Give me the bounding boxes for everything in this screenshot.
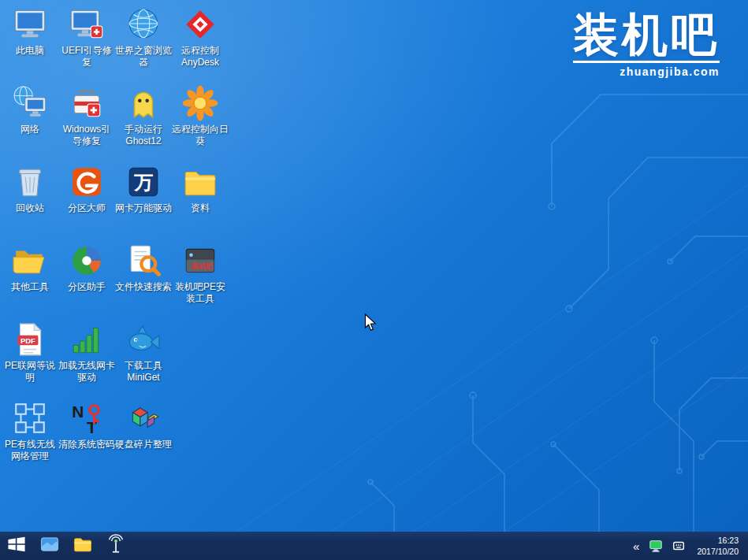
display-tray-icon[interactable] xyxy=(648,538,664,554)
mouse-cursor xyxy=(364,313,378,336)
desktop-icon-label: 回收站 xyxy=(16,202,44,214)
desktop-icon-pe-network-manager[interactable]: PE有线无线网络管理 xyxy=(2,400,58,462)
brand-logo-text: 装机吧 xyxy=(573,11,720,59)
taskbar: « 16:23 2017/10/20 xyxy=(0,532,748,560)
desktop-icon-partition-master[interactable]: 分区大师 xyxy=(58,164,115,214)
ghost-icon xyxy=(125,85,162,121)
recycle-bin-icon xyxy=(12,164,48,200)
desktop-icon-documents[interactable]: 资料 xyxy=(172,164,229,214)
toolbox-icon xyxy=(69,85,105,121)
folder-win-icon xyxy=(73,534,93,558)
desktop-icon-pe-network-guide[interactable]: PDFPE联网等说明 xyxy=(2,321,58,384)
tray-date: 2017/10/20 xyxy=(697,546,739,557)
desktop-icon-label: 网卡万能驱动 xyxy=(115,202,172,214)
desktop-icon-zhuangjiba-pe-installer[interactable]: 装机吧装机吧PE安装工具 xyxy=(172,243,229,305)
desktop-icon-label: 分区大师 xyxy=(68,202,106,214)
system-tray: « 16:23 2017/10/20 xyxy=(631,532,745,560)
desktop-icon-label: 网络 xyxy=(20,124,39,135)
desktop-icon-label: 加载无线网卡驱动 xyxy=(58,360,115,384)
desktop-icon-label: 远程控制向日葵 xyxy=(172,124,229,147)
desktop-icon-quick-file-search[interactable]: 文件快速搜索 xyxy=(115,243,172,293)
desktop-icon-label: 硬盘碎片整理 xyxy=(115,439,172,451)
globe-icon xyxy=(125,6,162,43)
desktop-icon-label: 下载工具MiniGet xyxy=(115,360,172,384)
desktop-background[interactable]: 此电脑UEFI引导修复世界之窗浏览器远程控制AnyDesk网络Widnows引导… xyxy=(0,0,748,532)
pe-desktop-screen: 此电脑UEFI引导修复世界之窗浏览器远程控制AnyDesk网络Widnows引导… xyxy=(0,0,748,560)
blue-app-button[interactable] xyxy=(33,532,66,560)
desktop-icon-uefi-boot-repair[interactable]: UEFI引导修复 xyxy=(58,6,115,69)
blue-app-icon xyxy=(39,534,60,558)
brand-domain-text: zhuangjiba.com xyxy=(573,61,720,78)
network-manage-icon xyxy=(12,400,48,436)
computer-icon xyxy=(12,6,48,43)
folder-open-icon xyxy=(12,243,48,279)
desktop-icon-label: Widnows引导修复 xyxy=(58,124,115,147)
brand-watermark: 装机吧 zhuangjiba.com xyxy=(573,11,720,78)
desktop-icon-sunflower-remote[interactable]: 远程控制向日葵 xyxy=(172,85,229,147)
svg-text:PDF: PDF xyxy=(20,336,35,345)
desktop-icon-miniget-downloader[interactable]: 下载工具MiniGet xyxy=(115,321,172,384)
desktop-icon-world-window-browser[interactable]: 世界之窗浏览器 xyxy=(115,6,172,69)
defrag-icon xyxy=(125,400,162,436)
search-icon xyxy=(125,243,162,279)
signal-icon xyxy=(69,321,105,358)
wireless-button[interactable] xyxy=(99,532,132,560)
desktop-icon-other-tools[interactable]: 其他工具 xyxy=(2,243,58,293)
svg-text:N: N xyxy=(72,402,84,421)
desktop-icon-ghost12[interactable]: 手动运行Ghost12 xyxy=(115,85,172,147)
wireless-icon xyxy=(106,534,126,558)
desktop-icon-windows-boot-repair[interactable]: Widnows引导修复 xyxy=(58,85,115,147)
pdf-icon: PDF xyxy=(12,321,48,358)
start-button[interactable] xyxy=(0,532,33,560)
sunflower-icon xyxy=(182,85,218,121)
wan-driver-icon: 万 xyxy=(125,164,162,200)
folder-icon xyxy=(182,164,218,200)
desktop-icon-label: 文件快速搜索 xyxy=(115,281,172,293)
network-globe-icon xyxy=(12,85,48,121)
tray-time: 16:23 xyxy=(697,535,739,546)
desktop-icon-label: 分区助手 xyxy=(68,281,106,293)
desktop-icon-label: 远程控制AnyDesk xyxy=(172,45,229,69)
file-explorer-button[interactable] xyxy=(66,532,99,560)
desktop-icon-label: PE联网等说明 xyxy=(2,360,58,384)
svg-text:装机吧: 装机吧 xyxy=(192,262,213,270)
desktop-icon-recycle-bin[interactable]: 回收站 xyxy=(2,164,58,214)
desktop-icon-network[interactable]: 网络 xyxy=(2,85,58,135)
desktop-icon-label: 其他工具 xyxy=(11,281,49,293)
desktop-icon-wireless-nic-driver[interactable]: 加载无线网卡驱动 xyxy=(58,321,115,384)
tray-expand-chevron-icon[interactable]: « xyxy=(631,540,641,553)
start-flag-icon xyxy=(6,534,27,558)
desktop-icon-label: 世界之窗浏览器 xyxy=(115,45,172,69)
input-device-tray-icon[interactable] xyxy=(671,538,687,554)
partition-icon xyxy=(69,243,105,279)
desktop-icon-anydesk-remote[interactable]: 远程控制AnyDesk xyxy=(172,6,229,69)
computer-repair-icon xyxy=(69,6,105,43)
desktop-icon-label: 此电脑 xyxy=(16,45,44,57)
svg-text:万: 万 xyxy=(133,172,153,193)
desktop-icon-label: 装机吧PE安装工具 xyxy=(172,281,229,305)
nt-key-icon: NT xyxy=(69,400,105,436)
tray-clock[interactable]: 16:23 2017/10/20 xyxy=(694,535,742,557)
desktop-icon-clear-system-password[interactable]: NT清除系统密码 xyxy=(58,400,115,451)
desktop-icon-label: PE有线无线网络管理 xyxy=(2,439,58,462)
desktop-icon-label: 清除系统密码 xyxy=(58,439,115,451)
pe-install-icon: 装机吧 xyxy=(182,243,218,279)
fish-icon xyxy=(125,321,162,358)
desktop-icon-this-pc[interactable]: 此电脑 xyxy=(2,6,58,57)
desktop-icon-label: UEFI引导修复 xyxy=(58,45,115,69)
desktop-icon-label: 资料 xyxy=(191,202,210,214)
desktop-icon-partition-assistant[interactable]: 分区助手 xyxy=(58,243,115,293)
taskbar-left-buttons xyxy=(0,532,132,560)
desktop-icon-label: 手动运行Ghost12 xyxy=(115,124,172,147)
desktop-icon-disk-defrag[interactable]: 硬盘碎片整理 xyxy=(115,400,172,451)
desktop-icon-nic-universal-driver[interactable]: 万网卡万能驱动 xyxy=(115,164,172,214)
anydesk-icon xyxy=(182,6,218,43)
diskgenius-icon xyxy=(69,164,105,200)
